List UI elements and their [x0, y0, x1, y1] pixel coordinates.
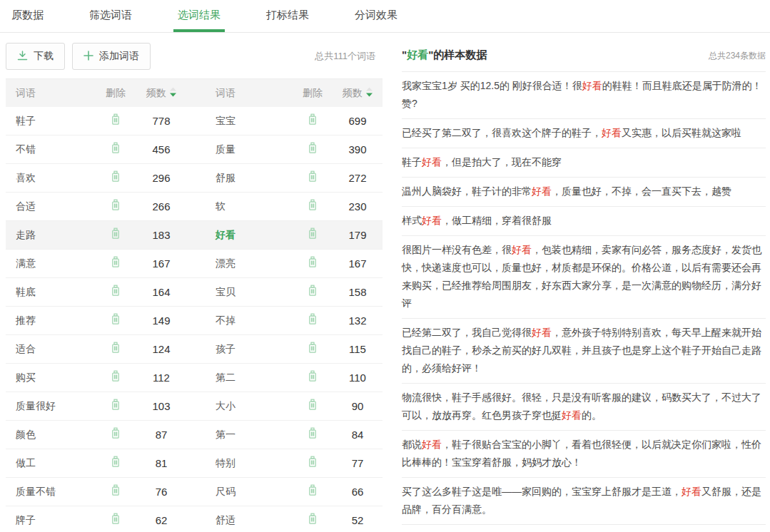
delete-button[interactable]	[96, 484, 136, 499]
tab-segmentation-effect[interactable]: 分词效果	[350, 0, 402, 32]
samples-total-count: 总共234条数据	[709, 50, 766, 62]
delete-button[interactable]	[96, 427, 136, 442]
tab-filter-words[interactable]: 筛选词语	[85, 0, 136, 32]
delete-button[interactable]	[293, 427, 333, 442]
delete-button[interactable]	[293, 313, 333, 328]
word-cell: 牌子	[16, 514, 96, 527]
table-row[interactable]: 满意167漂亮167	[6, 250, 383, 278]
word-cell: 宝宝	[187, 115, 293, 128]
sample-text: 样式好看，做工精细，穿着很舒服	[402, 207, 766, 236]
plus-icon	[83, 51, 93, 63]
delete-button[interactable]	[293, 342, 333, 357]
header-freq-label-1: 频数	[146, 87, 166, 100]
delete-button[interactable]	[293, 170, 333, 185]
delete-button[interactable]	[96, 342, 136, 357]
table-row[interactable]: 牌子62舒适52	[6, 506, 383, 532]
download-button-label: 下载	[34, 50, 54, 63]
delete-button[interactable]	[293, 256, 333, 271]
freq-value: 87	[136, 429, 187, 441]
table-row[interactable]: 不错456质量390	[6, 135, 383, 164]
table-row[interactable]: 喜欢296舒服272	[6, 164, 383, 193]
sort-icon	[365, 87, 373, 99]
tab-labeling-result[interactable]: 打标结果	[262, 0, 313, 32]
table-row[interactable]: 鞋子778宝宝699	[6, 107, 383, 135]
trash-icon	[111, 372, 121, 384]
freq-value: 699	[333, 115, 383, 127]
table-row[interactable]: 走路183好看179	[6, 221, 383, 250]
delete-button[interactable]	[96, 227, 136, 242]
table-row[interactable]: 购买112第二110	[6, 364, 383, 392]
text-segment: 买了这么多鞋子这是唯——家回购的，宝宝穿上舒服才是王道，	[402, 486, 682, 497]
freq-value: 272	[333, 172, 383, 184]
freq-value: 149	[136, 314, 187, 327]
delete-button[interactable]	[293, 199, 333, 214]
delete-button[interactable]	[293, 456, 333, 471]
word-cell: 宝贝	[187, 286, 293, 299]
tab-raw-data[interactable]: 原数据	[7, 0, 48, 32]
download-button[interactable]: 下载	[6, 43, 65, 70]
delete-button[interactable]	[293, 285, 333, 300]
delete-button[interactable]	[96, 256, 136, 271]
trash-icon	[308, 515, 318, 527]
add-word-button[interactable]: 添加词语	[72, 43, 151, 70]
trash-icon	[111, 144, 121, 156]
keyword-highlight: 好看	[407, 48, 428, 61]
delete-button[interactable]	[96, 113, 136, 128]
word-cell: 尺码	[187, 486, 293, 498]
delete-button[interactable]	[96, 456, 136, 471]
word-cell: 舒适	[187, 514, 293, 527]
word-cell: 孩子	[187, 343, 293, 356]
samples-panel: "好看"的样本数据 总共234条数据 我家宝宝1岁 买的12.5的 刚好很合适！…	[402, 33, 766, 532]
table-row[interactable]: 合适266软230	[6, 193, 383, 221]
delete-button[interactable]	[96, 142, 136, 157]
trash-icon	[308, 401, 318, 413]
delete-button[interactable]	[96, 170, 136, 185]
delete-button[interactable]	[293, 484, 333, 499]
delete-button[interactable]	[293, 142, 333, 157]
sample-text: 第二双了，这次又一起买了两双，鞋子非常好，宝宝也喜欢，颜色很鲜艳，底子很软，真是…	[402, 525, 766, 532]
table-row[interactable]: 颜色87第一84	[6, 421, 383, 449]
text-segment: ，但是拍大了，现在不能穿	[442, 156, 562, 168]
trash-icon	[111, 344, 121, 356]
delete-button[interactable]	[96, 513, 136, 528]
samples-header: "好看"的样本数据 总共234条数据	[402, 48, 766, 72]
freq-value: 112	[136, 372, 187, 384]
trash-icon	[308, 287, 318, 299]
sample-text: 已经买了第二双了，很喜欢这个牌子的鞋子，好看又实惠，以后买鞋就这家啦	[402, 119, 766, 148]
word-cell: 适合	[16, 343, 96, 356]
delete-button[interactable]	[96, 370, 136, 385]
freq-value: 84	[333, 429, 383, 441]
text-segment: 都说	[402, 439, 422, 450]
header-freq-sort-2[interactable]: 频数	[333, 87, 383, 100]
delete-button[interactable]	[293, 113, 333, 128]
tab-word-selection-result[interactable]: 选词结果	[173, 0, 225, 32]
trash-icon	[111, 315, 121, 327]
delete-button[interactable]	[293, 370, 333, 385]
delete-button[interactable]	[96, 313, 136, 328]
table-row[interactable]: 推荐149不掉132	[6, 307, 383, 335]
delete-button[interactable]	[293, 513, 333, 528]
freq-value: 266	[136, 200, 187, 213]
trash-icon	[111, 486, 121, 498]
table-row[interactable]: 质量很好103大小90	[6, 392, 383, 421]
header-freq-sort-1[interactable]: 频数	[136, 87, 187, 100]
table-row[interactable]: 适合124孩子115	[6, 335, 383, 364]
keyword-highlight: 好看	[582, 80, 602, 91]
delete-button[interactable]	[293, 399, 333, 414]
table-row[interactable]: 做工81特别77	[6, 449, 383, 478]
delete-button[interactable]	[96, 285, 136, 300]
freq-value: 115	[333, 343, 383, 355]
word-cell: 漂亮	[187, 257, 293, 270]
table-row[interactable]: 质量不错76尺码66	[6, 478, 383, 506]
table-row[interactable]: 鞋底164宝贝158	[6, 278, 383, 307]
text-segment: 又实惠，以后买鞋就这家啦	[622, 127, 741, 138]
delete-button[interactable]	[293, 227, 333, 242]
delete-button[interactable]	[96, 199, 136, 214]
freq-value: 456	[136, 143, 187, 155]
freq-value: 778	[136, 115, 187, 127]
word-cell: 软	[187, 200, 293, 213]
sample-text: 已经第二双了，我自己觉得很好看，意外孩子特别特别喜欢，每天早上醒来就开始找自己的…	[402, 319, 766, 384]
word-cell: 走路	[16, 229, 96, 242]
delete-button[interactable]	[96, 399, 136, 414]
freq-value: 167	[136, 257, 187, 270]
